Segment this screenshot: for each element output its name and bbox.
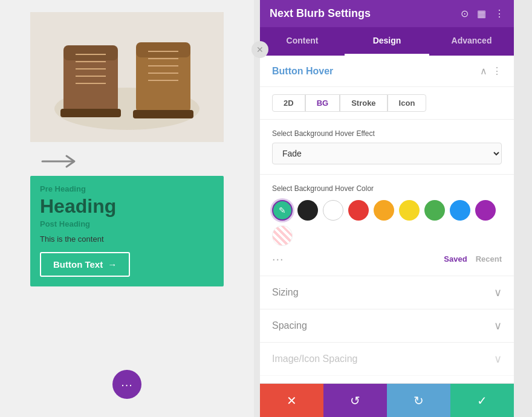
- sub-tab-bg[interactable]: BG: [305, 94, 340, 112]
- more-dots-icon: ···: [121, 378, 133, 392]
- color-section: Select Background Hover Color ✎ ···: [260, 175, 514, 276]
- button-label: Button Text: [53, 259, 103, 270]
- columns-icon[interactable]: ▦: [477, 8, 486, 19]
- settings-panel: ✕ Next Blurb Settings ⊙ ▦ ⋮ Content Desi…: [260, 0, 514, 417]
- cancel-button[interactable]: ✕: [260, 384, 323, 417]
- color-swatch-black[interactable]: [297, 200, 318, 221]
- svg-rect-10: [136, 42, 190, 57]
- post-heading: Post Heading: [40, 219, 214, 228]
- recent-colors-link[interactable]: Recent: [476, 254, 502, 263]
- sizing-title: Sizing: [272, 287, 299, 298]
- sub-tab-stroke[interactable]: Stroke: [340, 94, 387, 112]
- bg-color-label: Select Background Hover Color: [272, 184, 502, 193]
- shoe-image: [30, 12, 224, 142]
- close-icon: ✕: [256, 45, 264, 54]
- color-swatch-white[interactable]: [323, 200, 343, 221]
- tab-content[interactable]: Content: [260, 27, 345, 56]
- panel-title: Next Blurb Settings: [270, 7, 371, 20]
- saved-colors-link[interactable]: Saved: [444, 254, 467, 263]
- color-swatch-striped[interactable]: [272, 225, 293, 246]
- color-links: Saved Recent: [444, 254, 502, 263]
- preview-area: Pre Heading Heading Post Heading This is…: [0, 0, 254, 417]
- tab-design[interactable]: Design: [345, 27, 429, 56]
- svg-rect-17: [133, 110, 193, 118]
- undo-icon: ↺: [350, 393, 360, 408]
- header-icons: ⊙ ▦ ⋮: [461, 8, 504, 19]
- spacing-chevron-icon: ∨: [494, 319, 502, 332]
- section-header-icons: ∧ ⋮: [480, 65, 502, 77]
- spacing-title: Spacing: [272, 320, 307, 331]
- panel-footer: ✕ ↺ ↻ ✓: [260, 383, 514, 417]
- save-button[interactable]: ✓: [450, 384, 514, 417]
- image-icon-chevron-icon: ∨: [494, 352, 502, 366]
- chevron-up-icon[interactable]: ∧: [480, 65, 487, 77]
- bg-effect-select[interactable]: Fade Slide Flip None: [272, 143, 502, 164]
- color-swatch-green[interactable]: [424, 200, 445, 221]
- arrow-area: [39, 153, 82, 170]
- sub-tabs: 2D BG Stroke Icon: [260, 87, 514, 120]
- svg-rect-16: [60, 109, 121, 117]
- cancel-icon: ✕: [287, 393, 297, 408]
- sizing-section[interactable]: Sizing ∨: [260, 276, 514, 309]
- section-header: Button Hover ∧ ⋮: [260, 56, 514, 87]
- sub-tab-icon[interactable]: Icon: [388, 94, 427, 112]
- arrow-icon: [39, 153, 82, 170]
- panel-body: Button Hover ∧ ⋮ 2D BG Stroke Icon Selec…: [260, 56, 514, 383]
- color-swatch-blue[interactable]: [450, 200, 470, 221]
- svg-rect-3: [63, 45, 118, 60]
- color-swatch-purple[interactable]: [475, 200, 496, 221]
- redo-button[interactable]: ↻: [387, 384, 450, 417]
- save-icon: ✓: [477, 393, 487, 408]
- color-actions: ··· Saved Recent: [272, 252, 502, 266]
- capture-icon[interactable]: ⊙: [461, 8, 469, 19]
- close-panel-button[interactable]: ✕: [251, 41, 268, 58]
- color-swatch-picker[interactable]: ✎: [272, 200, 293, 221]
- color-swatches: ✎: [272, 200, 502, 246]
- preview-button[interactable]: Button Text →: [40, 252, 130, 277]
- more-options-button[interactable]: ···: [112, 370, 141, 399]
- color-swatch-red[interactable]: [348, 200, 369, 221]
- bg-effect-field-group: Select Background Hover Effect Fade Slid…: [260, 120, 514, 175]
- blurb-card: Pre Heading Heading Post Heading This is…: [30, 176, 224, 286]
- more-vert-icon[interactable]: ⋮: [495, 8, 504, 19]
- color-more-icon[interactable]: ···: [272, 252, 284, 266]
- section-title: Button Hover: [272, 66, 333, 77]
- undo-button[interactable]: ↺: [323, 384, 387, 417]
- sub-tab-2d[interactable]: 2D: [272, 94, 305, 112]
- image-icon-spacing-section[interactable]: Image/Icon Spacing ∨: [260, 343, 514, 376]
- spacing-section[interactable]: Spacing ∨: [260, 309, 514, 343]
- sizing-chevron-icon: ∨: [494, 286, 502, 299]
- color-swatch-yellow[interactable]: [399, 200, 420, 221]
- section-more-icon[interactable]: ⋮: [492, 65, 502, 77]
- panel-header: Next Blurb Settings ⊙ ▦ ⋮: [260, 0, 514, 27]
- bg-effect-label: Select Background Hover Effect: [272, 129, 502, 138]
- image-icon-title: Image/Icon Spacing: [272, 354, 357, 364]
- color-swatch-orange[interactable]: [374, 200, 394, 221]
- redo-icon: ↻: [414, 393, 424, 408]
- button-arrow-icon: →: [108, 259, 117, 270]
- content-text: This is the content: [40, 234, 214, 244]
- pencil-icon: ✎: [279, 205, 286, 215]
- panel-tabs: Content Design Advanced: [260, 27, 514, 56]
- pre-heading: Pre Heading: [40, 184, 214, 193]
- main-heading: Heading: [40, 196, 214, 217]
- tab-advanced[interactable]: Advanced: [429, 27, 514, 56]
